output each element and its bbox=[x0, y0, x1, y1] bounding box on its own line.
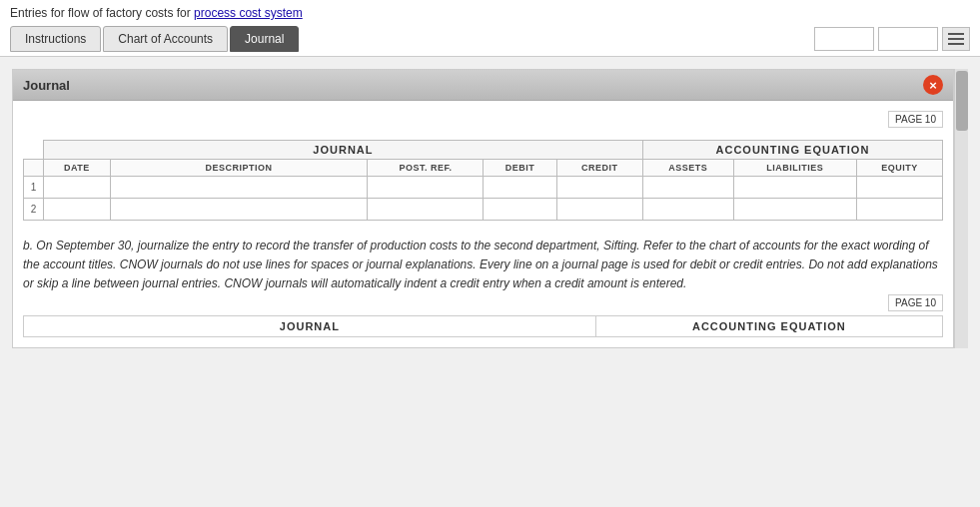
main-content: Journal × PAGE 10 JOURNAL ACCOUNTING EQU… bbox=[0, 57, 980, 360]
scrollbar[interactable] bbox=[954, 69, 968, 348]
page-label-bottom: PAGE 10 bbox=[888, 294, 943, 311]
row2-debit[interactable] bbox=[484, 199, 556, 221]
row2-description[interactable] bbox=[110, 199, 368, 221]
instructions-text: b. On September 30, journalize the entry… bbox=[23, 237, 943, 294]
title-prefix: Entries for flow of factory costs for bbox=[10, 6, 194, 20]
menu-line-1 bbox=[948, 33, 964, 35]
journal-panel-wrapper: Journal × PAGE 10 JOURNAL ACCOUNTING EQU… bbox=[12, 69, 968, 348]
col-header-row: DATE DESCRIPTION POST. REF. DEBIT CREDIT… bbox=[24, 160, 943, 177]
nav-box-1[interactable] bbox=[814, 27, 874, 51]
row2-credit[interactable] bbox=[556, 199, 642, 221]
title-link[interactable]: process cost system bbox=[194, 6, 303, 20]
col-date: DATE bbox=[44, 160, 111, 177]
tab-instructions[interactable]: Instructions bbox=[10, 26, 101, 52]
col-postref: POST. REF. bbox=[368, 160, 484, 177]
col-description: DESCRIPTION bbox=[110, 160, 368, 177]
close-button[interactable]: × bbox=[923, 75, 943, 95]
instructions-content: b. On September 30, journalize the entry… bbox=[23, 239, 938, 290]
row1-description[interactable] bbox=[110, 177, 368, 199]
row2-liabilities[interactable] bbox=[733, 199, 856, 221]
table-row[interactable]: 2 bbox=[24, 199, 943, 221]
menu-button[interactable] bbox=[942, 27, 970, 51]
row1-credit[interactable] bbox=[556, 177, 642, 199]
bottom-journal-label: JOURNAL bbox=[23, 315, 596, 337]
nav-box-2[interactable] bbox=[878, 27, 938, 51]
section-header-row: JOURNAL ACCOUNTING EQUATION bbox=[24, 141, 943, 160]
journal-panel: Journal × PAGE 10 JOURNAL ACCOUNTING EQU… bbox=[12, 69, 954, 348]
col-assets: ASSETS bbox=[642, 160, 733, 177]
journal-table: JOURNAL ACCOUNTING EQUATION DATE DESCRIP… bbox=[23, 140, 943, 221]
scrollbar-thumb[interactable] bbox=[956, 71, 968, 131]
page-label: PAGE 10 bbox=[888, 111, 943, 128]
page-label-row: PAGE 10 bbox=[23, 111, 943, 132]
col-debit: DEBIT bbox=[484, 160, 556, 177]
bottom-table-header: JOURNAL ACCOUNTING EQUATION bbox=[23, 315, 943, 337]
tab-chart-of-accounts[interactable]: Chart of Accounts bbox=[103, 26, 228, 52]
table-row[interactable]: 1 bbox=[24, 177, 943, 199]
row1-debit[interactable] bbox=[484, 177, 556, 199]
top-bar: Entries for flow of factory costs for pr… bbox=[0, 0, 980, 57]
col-equity: EQUITY bbox=[856, 160, 942, 177]
row-num-2: 2 bbox=[24, 199, 44, 221]
menu-line-3 bbox=[948, 43, 964, 45]
row2-assets[interactable] bbox=[642, 199, 733, 221]
bottom-page-label-row: PAGE 10 bbox=[23, 294, 943, 315]
bottom-accounting-label: ACCOUNTING EQUATION bbox=[596, 315, 943, 337]
row1-liabilities[interactable] bbox=[733, 177, 856, 199]
col-credit: CREDIT bbox=[556, 160, 642, 177]
row1-date[interactable] bbox=[44, 177, 111, 199]
row2-date[interactable] bbox=[44, 199, 111, 221]
tabs-container: Instructions Chart of Accounts Journal bbox=[10, 26, 299, 52]
journal-section-th: JOURNAL bbox=[44, 141, 643, 160]
accounting-section-th: ACCOUNTING EQUATION bbox=[642, 141, 942, 160]
page-title: Entries for flow of factory costs for pr… bbox=[10, 6, 970, 20]
row1-equity[interactable] bbox=[856, 177, 942, 199]
menu-line-2 bbox=[948, 38, 964, 40]
tab-right-controls bbox=[814, 27, 970, 51]
empty-corner bbox=[24, 141, 44, 160]
row1-postref[interactable] bbox=[368, 177, 484, 199]
row2-postref[interactable] bbox=[368, 199, 484, 221]
row2-equity[interactable] bbox=[856, 199, 942, 221]
journal-panel-header: Journal × bbox=[13, 70, 953, 101]
row-num-1: 1 bbox=[24, 177, 44, 199]
col-rownum bbox=[24, 160, 44, 177]
col-liabilities: LIABILITIES bbox=[733, 160, 856, 177]
journal-inner[interactable]: PAGE 10 JOURNAL ACCOUNTING EQUATION DATE bbox=[13, 101, 953, 347]
journal-panel-title: Journal bbox=[23, 78, 70, 93]
tab-journal[interactable]: Journal bbox=[230, 26, 299, 52]
row1-assets[interactable] bbox=[642, 177, 733, 199]
tab-row: Instructions Chart of Accounts Journal bbox=[10, 26, 970, 56]
